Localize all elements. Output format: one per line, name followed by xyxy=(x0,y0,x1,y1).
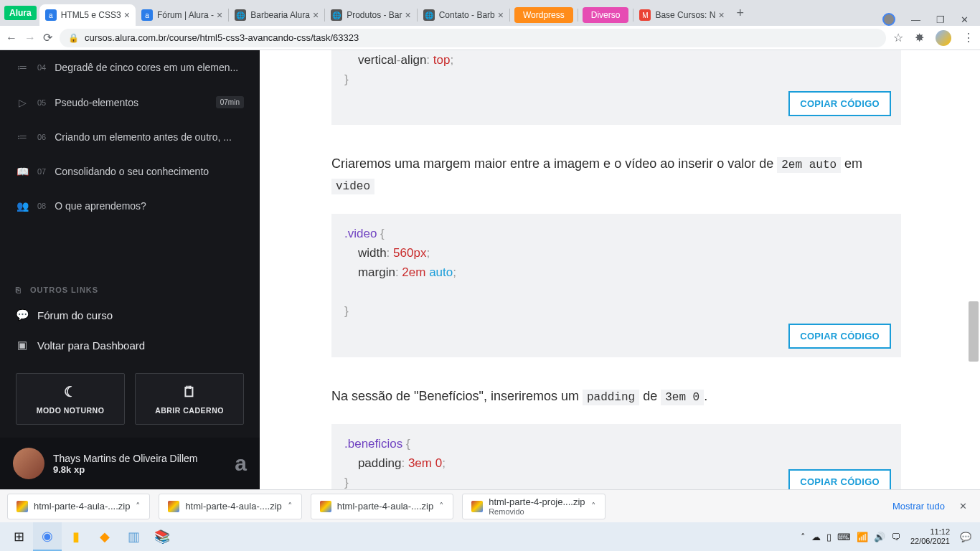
link-icon: ⎘ xyxy=(16,286,22,294)
archive-icon xyxy=(471,501,483,512)
browser-tab[interactable]: aFórum | Alura -× xyxy=(136,4,228,26)
link-icon: ▣ xyxy=(16,339,29,352)
start-button[interactable]: ⊞ xyxy=(4,522,33,551)
url-text: cursos.alura.com.br/course/html5-css3-av… xyxy=(85,32,359,43)
code-block-1: vertical-align: top; } COPIAR CÓDIGO xyxy=(331,50,901,125)
lesson-number: 08 xyxy=(37,202,46,210)
chevron-up-icon[interactable]: ˄ xyxy=(439,501,444,512)
chevron-up-icon[interactable]: ˄ xyxy=(591,501,596,512)
browser-toolbar: ← → ⟳ 🔒 cursos.alura.com.br/course/html5… xyxy=(0,26,980,50)
taskbar-chrome-icon[interactable]: ◉ xyxy=(33,522,62,551)
archive-icon xyxy=(168,501,179,512)
tab-title: Produtos - Bar xyxy=(347,10,402,20)
download-item[interactable]: html-parte-4-aula-....zip˄ xyxy=(7,494,150,519)
new-tab-button[interactable]: + xyxy=(730,3,750,23)
tray-notifications-icon[interactable]: 💬 xyxy=(960,532,971,542)
download-item[interactable]: html-parte-4-aula-....zip˄ xyxy=(311,494,453,519)
copy-code-button[interactable]: COPIAR CÓDIGO xyxy=(788,91,891,116)
taskbar-winrar-icon[interactable]: 📚 xyxy=(148,522,176,551)
tab-title: Contato - Barb xyxy=(439,10,495,20)
user-name: Thays Martins de Oliveira Dillem xyxy=(53,453,198,464)
download-filename: html-parte-4-aula-....zip xyxy=(337,501,433,512)
sidebar-lesson-item[interactable]: 📖07Consolidando o seu conhecimento xyxy=(0,154,260,189)
close-tab-button[interactable]: × xyxy=(498,9,504,21)
tray-chevron-icon[interactable]: ˄ xyxy=(801,532,806,542)
lesson-content: vertical-align: top; } COPIAR CÓDIGO Cri… xyxy=(260,50,980,489)
back-button[interactable]: ← xyxy=(6,32,17,44)
show-all-downloads-link[interactable]: Mostrar tudo xyxy=(884,501,953,512)
browser-tab[interactable]: 🌐Contato - Barb× xyxy=(418,4,509,26)
browser-tab-badge[interactable]: Diverso xyxy=(583,7,629,23)
lesson-number: 07 xyxy=(37,167,46,176)
lesson-number: 06 xyxy=(37,133,46,141)
lock-icon: 🔒 xyxy=(68,33,79,43)
favicon-icon: a xyxy=(141,9,153,21)
close-tab-button[interactable]: × xyxy=(718,9,724,21)
close-tab-button[interactable]: × xyxy=(124,9,130,21)
sidebar-lesson-item[interactable]: ▷05Pseudo-elementos07min xyxy=(0,85,260,120)
open-notebook-button[interactable]: 🗒 ABRIR CADERNO xyxy=(135,373,244,425)
tray-wifi-icon[interactable]: 📶 xyxy=(857,532,868,542)
sidebar-lesson-item[interactable]: 👥08O que aprendemos? xyxy=(0,189,260,223)
tray-keyboard-icon[interactable]: ⌨ xyxy=(837,532,851,542)
download-item[interactable]: html-parte-4-aula-....zip˄ xyxy=(159,494,301,519)
download-item[interactable]: html-parte-4-proje....zipRemovido˄ xyxy=(462,494,605,519)
chevron-up-icon[interactable]: ˄ xyxy=(136,501,141,512)
link-label: Voltar para Dashboard xyxy=(37,339,145,352)
reload-button[interactable]: ⟳ xyxy=(43,31,52,44)
maximize-button[interactable]: ❐ xyxy=(936,14,945,25)
close-downloads-bar-button[interactable]: ✕ xyxy=(953,501,973,512)
tray-battery-icon[interactable]: ▯ xyxy=(826,532,831,542)
browser-tab[interactable]: MBase Cursos: N× xyxy=(633,4,730,26)
sidebar-link[interactable]: 💬Fórum do curso xyxy=(0,300,260,330)
night-mode-button[interactable]: ☾ MODO NOTURNO xyxy=(16,373,125,425)
taskbar-explorer-icon[interactable]: ▮ xyxy=(62,522,90,551)
favicon-icon: 🌐 xyxy=(235,9,246,21)
browser-tab[interactable]: 🌐Barbearia Alura× xyxy=(229,4,324,26)
lesson-type-icon: ▷ xyxy=(16,97,29,108)
browser-tab[interactable]: aHTML5 e CSS3× xyxy=(39,4,136,26)
download-filename: html-parte-4-aula-....zip xyxy=(34,501,130,512)
lesson-label: Consolidando o seu conhecimento xyxy=(55,166,244,177)
close-tab-button[interactable]: × xyxy=(313,9,319,21)
taskbar-sublime-icon[interactable]: ◆ xyxy=(90,522,119,551)
system-clock[interactable]: 11:12 22/06/2021 xyxy=(906,527,954,546)
minimize-button[interactable]: ― xyxy=(911,14,920,25)
close-tab-button[interactable]: × xyxy=(217,9,222,21)
sidebar-lesson-item[interactable]: ≔06Criando um elemento antes de outro, .… xyxy=(0,120,260,154)
tray-language-icon[interactable]: 🗨 xyxy=(891,532,900,542)
close-tab-button[interactable]: × xyxy=(405,9,411,21)
sidebar-link[interactable]: ▣Voltar para Dashboard xyxy=(0,330,260,360)
archive-icon xyxy=(320,501,331,512)
tab-title: Base Cursos: N xyxy=(655,10,715,20)
tab-title: HTML5 e CSS3 xyxy=(61,10,121,20)
tab-title: Fórum | Alura - xyxy=(157,10,214,20)
extensions-button[interactable]: ✸ xyxy=(915,31,924,44)
lesson-type-icon: 📖 xyxy=(16,166,29,177)
scrollbar-thumb[interactable] xyxy=(969,301,979,362)
tray-volume-icon[interactable]: 🔊 xyxy=(874,532,885,542)
browser-tab-badge[interactable]: Wordpress xyxy=(514,7,573,23)
favicon-icon: a xyxy=(45,9,57,21)
browser-tabbar: Alura aHTML5 e CSS3×aFórum | Alura -×🌐Ba… xyxy=(0,0,980,26)
kebab-menu-button[interactable]: ⋮ xyxy=(963,31,974,44)
copy-code-button[interactable]: COPIAR CÓDIGO xyxy=(788,324,891,349)
browser-tab[interactable]: 🌐Produtos - Bar× xyxy=(325,4,417,26)
address-bar[interactable]: 🔒 cursos.alura.com.br/course/html5-css3-… xyxy=(60,29,886,47)
lesson-number: 05 xyxy=(37,98,46,107)
tray-onedrive-icon[interactable]: ☁ xyxy=(811,532,821,542)
bookmark-button[interactable]: ☆ xyxy=(893,31,903,44)
close-window-button[interactable]: ✕ xyxy=(961,14,969,25)
course-sidebar: ≔04Degradê de cinco cores em um elemen..… xyxy=(0,50,260,489)
taskbar-notepad-icon[interactable]: ▥ xyxy=(119,522,148,551)
inline-code: video xyxy=(331,179,374,194)
sidebar-lesson-item[interactable]: ≔04Degradê de cinco cores em um elemen..… xyxy=(0,50,260,85)
lesson-type-icon: 👥 xyxy=(16,200,29,212)
copy-code-button[interactable]: COPIAR CÓDIGO xyxy=(788,469,891,489)
download-filename: html-parte-4-aula-....zip xyxy=(185,501,281,512)
chevron-up-icon[interactable]: ˄ xyxy=(288,501,293,512)
user-strip[interactable]: Thays Martins de Oliveira Dillem 9.8k xp… xyxy=(0,438,260,489)
profile-avatar-icon[interactable] xyxy=(936,30,951,46)
forward-button[interactable]: → xyxy=(24,32,36,44)
code-block-2: .video { width: 560px; margin: 2em auto;… xyxy=(331,214,901,357)
